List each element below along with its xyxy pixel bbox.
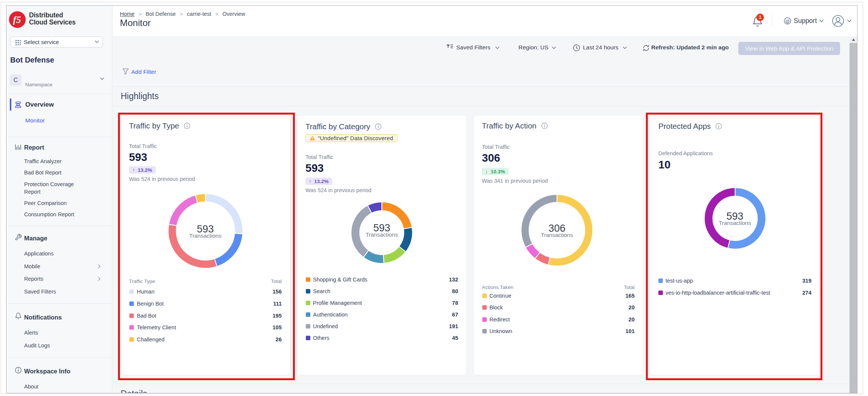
svg-text:f5: f5: [13, 15, 21, 25]
svg-text:@: @: [785, 18, 790, 24]
